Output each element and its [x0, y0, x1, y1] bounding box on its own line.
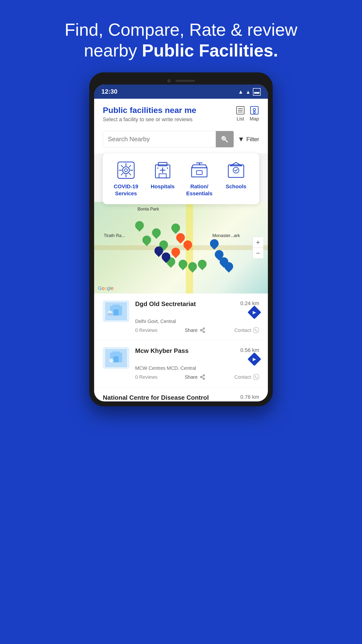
svg-line-40 [202, 329, 203, 330]
covid-icon [116, 160, 136, 180]
facility-thumb-2 [103, 347, 129, 369]
facility-name-row-2: Mcw Khyber Pass 0.56 km [135, 347, 259, 364]
share-button-2[interactable]: Share [185, 374, 234, 380]
search-input[interactable] [103, 131, 216, 147]
share-button-1[interactable]: Share [185, 327, 234, 333]
svg-point-46 [109, 359, 113, 362]
speaker [176, 80, 195, 82]
facility-name-1: Dgd Old Sectretariat [135, 300, 238, 308]
svg-line-16 [121, 173, 123, 175]
zoom-in-button[interactable]: + [253, 237, 263, 248]
svg-rect-18 [158, 162, 167, 166]
hero-line1: Find, Compare, Rate & review [19, 19, 343, 40]
map-icon [250, 106, 259, 115]
svg-point-37 [200, 330, 202, 331]
phone-notch [94, 77, 268, 84]
svg-point-41 [253, 327, 259, 333]
category-card: COVID-19 Services Hospitals [103, 153, 259, 204]
svg-line-39 [202, 331, 203, 332]
search-button[interactable] [216, 131, 234, 147]
facility-name-row-3: National Centre for Disease Control 0.76… [103, 394, 259, 402]
zoom-out-button[interactable]: − [253, 248, 263, 258]
facility-item[interactable]: Mcw Khyber Pass 0.56 km MCW Centres MCD,… [94, 340, 268, 387]
status-icons [238, 88, 261, 95]
ration-label: Ration/ Essentials [186, 183, 212, 197]
search-area: Filter [94, 128, 268, 153]
map-label: Map [250, 116, 259, 122]
hospitals-label: Hospitals [150, 183, 174, 190]
category-ration[interactable]: Ration/ Essentials [181, 160, 218, 197]
signal-icon [246, 88, 250, 95]
facility-info-1: Dgd Old Sectretariat 0.24 km Delhi Govt,… [135, 300, 259, 333]
facility-actions-1: 0 Reviews Share Co [135, 327, 259, 333]
road-horizontal [94, 245, 268, 250]
list-label: List [236, 116, 244, 122]
svg-point-48 [200, 376, 202, 378]
filter-button[interactable]: Filter [238, 136, 259, 143]
ration-icon [190, 160, 209, 180]
map-view-button[interactable]: Map [250, 106, 259, 122]
map-label-monaster: Monaster...ark [212, 233, 240, 238]
svg-rect-27 [196, 171, 202, 174]
map-zoom-controls: + − [252, 237, 263, 259]
facility-sub-2: MCW Centres MCD, Central [135, 366, 259, 371]
svg-point-49 [203, 378, 205, 380]
facility-name-2: Mcw Khyber Pass [135, 347, 238, 354]
share-icon-2 [200, 374, 205, 380]
facility-image-2 [105, 349, 127, 367]
list-icon [236, 106, 245, 115]
hero-line2: nearby Public Facilities. [19, 40, 343, 61]
category-hospitals[interactable]: Hospitals [144, 160, 181, 190]
schools-label: Schools [226, 183, 246, 190]
facility-list: Dgd Old Sectretariat 0.24 km Delhi Govt,… [94, 294, 268, 402]
view-toggles: List Map [236, 106, 259, 122]
category-covid[interactable]: COVID-19 Services [108, 160, 144, 197]
front-camera [167, 79, 170, 82]
google-logo: Google [98, 286, 114, 291]
filter-icon [238, 136, 244, 143]
svg-line-14 [129, 173, 131, 175]
contact-button-2[interactable]: Contact [234, 374, 259, 380]
wifi-icon [238, 88, 243, 95]
phone-icon-1 [253, 327, 259, 333]
svg-point-47 [203, 374, 205, 376]
header-title: Public facilities near me [103, 106, 196, 115]
school-icon [226, 160, 246, 180]
svg-line-13 [121, 165, 123, 167]
svg-point-52 [253, 374, 259, 380]
navigate-button-1[interactable] [248, 306, 261, 319]
header-subtitle: Select a facility to see or write review… [103, 116, 196, 122]
phone-screen: 12:30 Public facilities near me Select a… [94, 84, 268, 402]
facility-info-2: Mcw Khyber Pass 0.56 km MCW Centres MCD,… [135, 347, 259, 380]
svg-rect-4 [250, 106, 258, 114]
map-area[interactable]: Bonta Park Tirath Ra... Monaster...ark [94, 202, 268, 294]
facility-item-partial[interactable]: National Centre for Disease Control 0.76… [94, 387, 268, 402]
list-view-button[interactable]: List [236, 106, 245, 122]
category-schools[interactable]: Schools [218, 160, 254, 190]
facility-image-1 [105, 302, 127, 320]
filter-label: Filter [246, 136, 259, 143]
svg-line-50 [202, 378, 203, 378]
svg-rect-45 [112, 352, 120, 354]
facility-info-3: National Centre for Disease Control 0.76… [103, 394, 259, 402]
clock: 12:30 [101, 88, 118, 95]
facility-reviews-1: 0 Reviews [135, 328, 185, 333]
svg-rect-44 [114, 356, 118, 362]
facility-sub-1: Delhi Govt, Central [135, 318, 259, 324]
facility-item[interactable]: Dgd Old Sectretariat 0.24 km Delhi Govt,… [94, 294, 268, 340]
facility-reviews-2: 0 Reviews [135, 374, 185, 380]
svg-point-35 [107, 313, 113, 316]
svg-point-8 [124, 169, 128, 172]
facility-distance-3: 0.76 km [240, 394, 259, 400]
battery-icon [253, 88, 261, 95]
status-bar: 12:30 [94, 84, 268, 99]
contact-button-1[interactable]: Contact [234, 327, 259, 333]
hospital-icon [153, 160, 172, 180]
svg-rect-24 [192, 168, 207, 177]
navigate-button-2[interactable] [248, 352, 261, 366]
svg-line-51 [202, 376, 203, 377]
svg-point-29 [233, 167, 239, 173]
app-header: Public facilities near me Select a facil… [94, 99, 268, 128]
header-text: Public facilities near me Select a facil… [103, 106, 196, 122]
svg-rect-21 [159, 174, 166, 178]
